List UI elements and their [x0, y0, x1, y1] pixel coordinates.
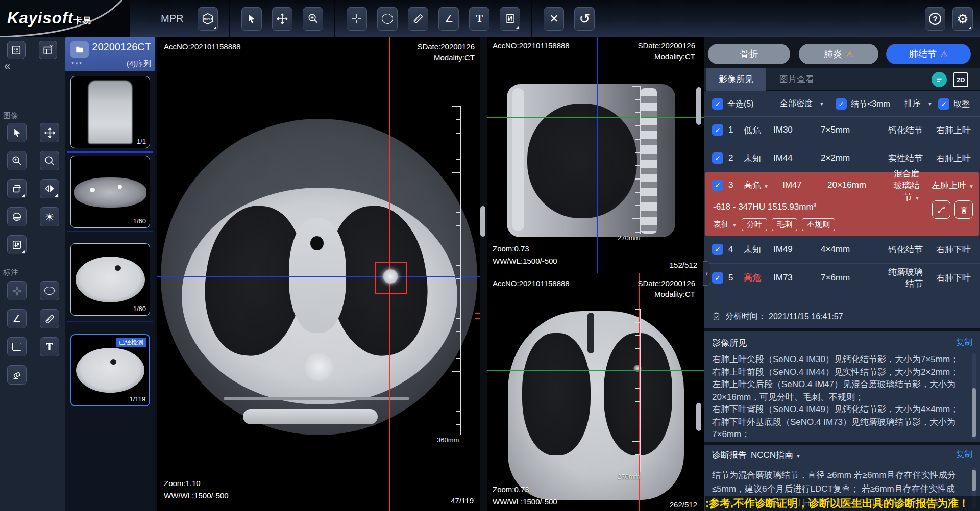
thumbnail-separator [67, 231, 153, 232]
nodule-type-dropdown[interactable]: 混合磨玻璃结节▼ [888, 168, 920, 203]
series-list-toggle-button[interactable] [7, 41, 26, 59]
checkbox-checked-icon[interactable]: ✓ [938, 98, 949, 110]
checkbox-checked-icon[interactable]: ✓ [712, 98, 723, 110]
mode-pneumonia-button[interactable]: 肺炎⚠ [799, 44, 878, 64]
nodule-row-3-expanded[interactable]: ✓ 3 高危▼ IM47 20×16mm 混合磨玻璃结节▼ 左肺上叶▼ -618… [705, 172, 979, 236]
crosshair-vertical-blue[interactable] [597, 37, 598, 273]
text-tool-button[interactable]: T [469, 7, 489, 31]
delete-nodule-button[interactable] [954, 200, 973, 219]
folder-button[interactable] [70, 41, 89, 58]
traits-dropdown[interactable]: 表征▼ [713, 219, 737, 230]
analysis-time-row: 分析时间：2021/11/15 16:41:57 [712, 311, 843, 322]
density-filter-dropdown[interactable]: 全部密度▼ [780, 98, 824, 109]
nodule-row-4[interactable]: ✓ 4 未知 IM49 4×4mm 钙化结节 右肺下叶 [704, 236, 980, 264]
rail-ellipse-button[interactable] [40, 281, 59, 300]
nodule-image-index: IM49 [773, 244, 821, 254]
copy-findings-link[interactable]: 复制 [956, 337, 972, 348]
round-checkbox[interactable]: ✓ 取整 [938, 98, 970, 110]
delete-annotation-button[interactable]: ✕ [544, 7, 564, 31]
rail-ruler-button[interactable] [40, 309, 59, 328]
trait-chip[interactable]: 分叶 [742, 218, 767, 231]
coronal-accession-number: AccNO:202101158888 [493, 279, 570, 288]
checkbox-checked-icon[interactable]: ✓ [712, 152, 723, 164]
checkbox-checked-icon[interactable]: ✓ [712, 124, 723, 136]
report-scrollbar-thumb[interactable] [972, 470, 976, 491]
nodule-row-2[interactable]: ✓ 2 未知 IM44 2×2mm 实性结节 右肺上叶 [704, 144, 980, 172]
nodule-number: 3 [728, 180, 744, 190]
rail-rectangle-button[interactable] [7, 337, 27, 356]
reset-view-button[interactable]: ↺ [574, 7, 595, 31]
mode-fracture-button[interactable]: 骨折 [708, 44, 790, 64]
ruler-tool-button[interactable] [408, 7, 428, 31]
mode-lung-nodule-button[interactable]: 肺结节⚠ [886, 44, 971, 64]
trait-chip[interactable]: 毛刺 [772, 218, 797, 231]
cursor-tool-button[interactable] [241, 7, 262, 31]
rail-flip-button[interactable] [40, 179, 59, 198]
crosshair-horizontal-blue[interactable] [157, 276, 480, 277]
checkbox-checked-icon[interactable]: ✓ [712, 272, 723, 284]
toolbar-separator [229, 0, 230, 37]
close-layout-button[interactable] [39, 41, 57, 59]
crosshair-horizontal-green[interactable] [487, 117, 704, 118]
settings-button[interactable]: ⚙ [952, 7, 973, 31]
rail-crosshair-button[interactable] [7, 281, 27, 300]
rail-zoom-in-button[interactable] [7, 151, 27, 170]
crosshair-horizontal-green[interactable] [487, 370, 704, 371]
tab-image-findings[interactable]: 影像所见 [706, 68, 766, 91]
invert-contrast-icon [11, 211, 22, 222]
coronal-slice-scrollbar[interactable] [696, 403, 701, 431]
pan-tool-button[interactable] [272, 7, 292, 31]
small-nodule-checkbox[interactable]: ✓ 结节<3mm [836, 98, 890, 110]
axial-slice-scrollbar[interactable] [480, 206, 485, 237]
nodule-location-dropdown[interactable]: 左肺上叶▼ [920, 180, 979, 191]
findings-scrollbar-thumb[interactable] [972, 388, 976, 437]
checkbox-checked-icon[interactable]: ✓ [712, 244, 723, 255]
coronal-viewport[interactable]: 270mm AccNO:202101158888 SDate:20200126 … [487, 273, 704, 511]
nodule-row-1[interactable]: ✓ 1 低危 IM30 7×5mm 钙化结节 右肺上叶 [704, 116, 980, 144]
zoom-tool-button[interactable] [303, 7, 323, 31]
rail-angle-button[interactable]: ∠ [7, 309, 27, 328]
rail-pan-button[interactable] [40, 123, 59, 142]
followup-track-button[interactable] [932, 200, 950, 219]
rail-magnify-button[interactable] [40, 151, 59, 170]
rail-window-level-button[interactable] [7, 235, 27, 254]
help-button[interactable]: ? [925, 7, 945, 31]
crosshair-tool-button[interactable] [347, 7, 367, 31]
series-thumbnail-2[interactable]: 1/60 [70, 156, 150, 228]
rail-invert-button[interactable] [7, 207, 27, 226]
rail-brightness-button[interactable]: ☀ [40, 207, 59, 226]
trait-chip[interactable]: 不规则 [802, 218, 835, 231]
rail-text-button[interactable]: T [40, 337, 59, 356]
tab-picture-view[interactable]: 图片查看 [772, 68, 821, 91]
series-thumbnail-4-selected[interactable]: 已经检测 1/119 [70, 334, 150, 406]
report-chat-button[interactable] [932, 72, 947, 87]
nodule-roi-box[interactable] [375, 262, 407, 294]
study-header[interactable]: 20200126CT *** (4)序列 [65, 37, 155, 71]
ellipse-tool-button[interactable] [377, 7, 398, 31]
checkbox-checked-icon[interactable]: ✓ [712, 180, 723, 191]
select-all-checkbox[interactable]: ✓ 全选(5) [712, 98, 754, 110]
copy-report-link[interactable]: 复制 [956, 449, 972, 460]
mpr-layout-button[interactable]: MPR [198, 7, 218, 31]
panel-expander-handle[interactable]: › [703, 261, 710, 286]
guideline-dropdown[interactable]: NCCN指南▼ [751, 449, 801, 461]
sort-dropdown[interactable]: 排序▼ [904, 98, 933, 109]
section-divider [704, 328, 980, 331]
window-level-button[interactable] [500, 7, 520, 31]
checkbox-checked-icon[interactable]: ✓ [836, 98, 847, 110]
angle-tool-button[interactable]: ∠ [438, 7, 459, 31]
sagittal-slice-scrollbar[interactable] [696, 87, 701, 125]
collapse-rail-button[interactable]: « [4, 60, 10, 73]
axial-viewport[interactable]: 360mm AccNO:202101158888 SDate:20200126 … [157, 37, 480, 511]
nodule-row-5[interactable]: ✓ 5 高危 IM73 7×6mm 纯磨玻璃结节 右肺下叶 [704, 264, 980, 292]
coronal-zoom-label: Zoom:0.73 [493, 485, 529, 494]
nodule-size: 7×6mm [821, 273, 883, 283]
series-thumbnail-3[interactable]: 1/60 [70, 243, 150, 316]
sagittal-viewport[interactable]: 270mm AccNO:202101158888 SDate:20200126 … [487, 37, 704, 273]
rail-eraser-button[interactable] [7, 365, 27, 385]
rail-cursor-button[interactable] [7, 123, 27, 142]
nodule-risk-dropdown[interactable]: 高危▼ [744, 180, 782, 191]
series-thumbnail-scout[interactable]: 1/1 [70, 76, 150, 148]
rail-rotate-button[interactable] [7, 179, 27, 198]
2d-view-button[interactable]: 2D [953, 72, 968, 87]
